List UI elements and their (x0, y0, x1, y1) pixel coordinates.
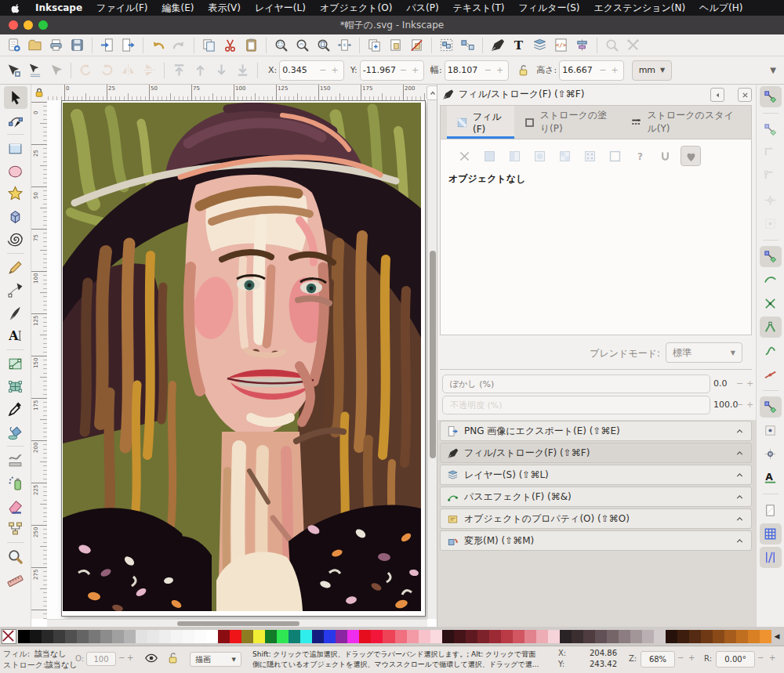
canvas-viewport[interactable] (47, 100, 427, 619)
snap-object-center-toggle[interactable] (760, 420, 782, 441)
vertical-scrollbar-thumb[interactable] (430, 251, 436, 458)
palette-swatch-41[interactable] (501, 630, 513, 643)
palette-swatch-62[interactable] (748, 630, 760, 643)
menu-item-9[interactable]: ヘルプ(H) (699, 2, 742, 15)
fill-rule-evenodd-button[interactable] (681, 146, 701, 166)
docked-dialog-bar-5[interactable]: 変形(M) (⇧⌘M) (440, 530, 752, 551)
duplicate-button[interactable] (364, 36, 385, 55)
snap-bbox-corner-toggle[interactable] (760, 166, 782, 187)
paint-unknown-button[interactable] (605, 147, 624, 165)
palette-swatch-24[interactable] (300, 630, 312, 643)
palette-swatch-46[interactable] (560, 630, 572, 643)
palette-swatch-23[interactable] (289, 630, 300, 643)
x-decrement[interactable]: − (317, 65, 328, 75)
x-field[interactable]: 0.345−+ (279, 60, 343, 81)
toolbar-overflow-button[interactable]: ▼ (770, 66, 776, 74)
pencil-tool-button[interactable] (4, 256, 27, 279)
connector-tool-button[interactable] (4, 517, 27, 540)
docked-dialog-bar-0[interactable]: PNG 画像にエクスポート(E) (⇧⌘E) (440, 421, 752, 441)
spray-tool-button[interactable] (4, 472, 27, 494)
blur-decrement[interactable]: − (736, 378, 743, 389)
zoom-selection-button[interactable] (270, 36, 292, 55)
palette-swatch-7[interactable] (100, 630, 112, 643)
snap-bbox-edge-toggle[interactable] (760, 143, 782, 164)
palette-swatch-13[interactable] (171, 630, 183, 643)
find-button[interactable] (601, 36, 622, 55)
palette-swatch-42[interactable] (513, 630, 524, 643)
palette-swatch-33[interactable] (407, 630, 419, 643)
palette-swatch-55[interactable] (666, 630, 677, 643)
tab-stroke-paint[interactable]: ストロークの塗り(P) (514, 106, 622, 139)
snap-grid-toggle[interactable] (760, 523, 782, 545)
snap-path-toggle[interactable] (760, 270, 782, 291)
import-button[interactable] (96, 36, 118, 55)
lock-ratio-button[interactable] (517, 63, 530, 77)
palette-swatch-48[interactable] (583, 630, 595, 643)
menu-item-7[interactable]: フィルター(S) (518, 2, 579, 15)
layers-dialog-button[interactable] (529, 36, 550, 55)
deselect-button[interactable] (45, 61, 67, 80)
copy-button[interactable] (198, 36, 220, 55)
palette-swatch-52[interactable] (630, 630, 642, 643)
palette-swatch-12[interactable] (159, 630, 171, 643)
blur-value[interactable]: 0.0 (713, 378, 728, 389)
palette-swatch-14[interactable] (183, 630, 194, 643)
palette-swatch-50[interactable] (607, 630, 619, 643)
lower-bottom-button[interactable] (232, 61, 253, 80)
rotate-cw-button[interactable] (96, 61, 118, 80)
palette-swatch-57[interactable] (689, 630, 701, 643)
paint-flat-button[interactable] (480, 147, 499, 165)
snap-text-baseline-toggle[interactable]: A (760, 467, 782, 488)
redo-button[interactable] (169, 36, 190, 55)
object-opacity-field[interactable]: 100 (86, 652, 116, 666)
undo-button[interactable] (147, 36, 169, 55)
palette-swatch-11[interactable] (147, 630, 159, 643)
raise-top-button[interactable] (169, 61, 190, 80)
palette-swatch-34[interactable] (419, 630, 430, 643)
cut-button[interactable] (220, 36, 241, 55)
docked-dialog-bar-2[interactable]: レイヤー(S) (⇧⌘L) (440, 465, 752, 485)
paste-button[interactable] (241, 36, 262, 55)
palette-swatch-0[interactable] (18, 630, 30, 643)
box3d-tool-button[interactable] (4, 205, 27, 228)
ungroup-button[interactable] (457, 36, 478, 55)
height-increment[interactable]: + (608, 65, 620, 75)
opacity-increment[interactable]: + (746, 400, 753, 410)
zoom-decrement[interactable]: − (677, 653, 684, 662)
palette-swatch-1[interactable] (30, 630, 42, 643)
gradient-tool-button[interactable] (4, 353, 27, 375)
menu-item-1[interactable]: 編集(E) (162, 2, 194, 15)
tweak-tool-button[interactable] (4, 449, 27, 472)
palette-swatch-49[interactable] (595, 630, 607, 643)
units-dropdown[interactable]: mm▼ (632, 60, 673, 81)
star-tool-button[interactable] (4, 183, 27, 205)
text-tool-tool-button[interactable]: A (4, 324, 27, 347)
export-button[interactable] (118, 36, 139, 55)
palette-swatch-31[interactable] (383, 630, 394, 643)
snap-page-toggle[interactable] (760, 500, 782, 521)
menu-item-0[interactable]: ファイル(F) (96, 2, 147, 15)
snap-nodes-toggle[interactable] (760, 246, 782, 267)
calligraphy-tool-button[interactable] (4, 302, 27, 324)
paint-linear-button[interactable] (505, 147, 524, 165)
preferences-button[interactable] (622, 36, 644, 55)
palette-swatch-15[interactable] (194, 630, 206, 643)
menu-item-8[interactable]: エクステンション(N) (594, 2, 686, 15)
opacity-increment[interactable]: + (127, 653, 133, 662)
document-print-button[interactable] (45, 36, 67, 55)
blur-increment[interactable]: + (746, 378, 753, 389)
close-dialog-button[interactable] (738, 88, 752, 102)
x-increment[interactable]: + (328, 65, 340, 75)
palette-swatch-25[interactable] (312, 630, 324, 643)
menu-item-2[interactable]: 表示(V) (208, 2, 241, 15)
opacity-slider[interactable]: 不透明度 (%) (442, 396, 710, 414)
dropper-tool-button[interactable] (4, 398, 27, 421)
snap-midpoint-toggle[interactable] (760, 364, 782, 385)
fill-rule-nonzero-button[interactable] (655, 147, 674, 165)
folder-open-button[interactable] (24, 36, 45, 55)
palette-swatch-17[interactable] (218, 630, 230, 643)
palette-swatch-38[interactable] (466, 630, 477, 643)
palette-swatch-9[interactable] (124, 630, 136, 643)
flip-horizontal-button[interactable] (118, 61, 139, 80)
width-increment[interactable]: + (494, 65, 506, 75)
